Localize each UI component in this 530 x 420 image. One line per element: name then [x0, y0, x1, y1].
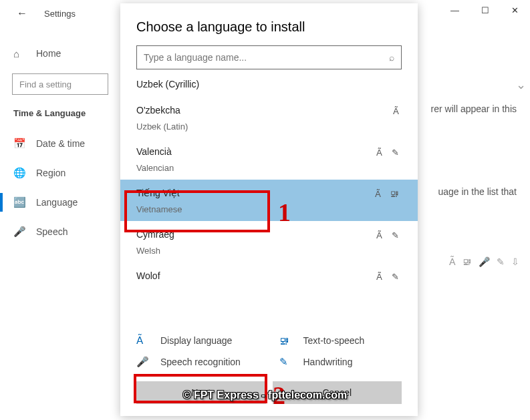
search-placeholder: Type a language name... [144, 52, 247, 63]
sidebar-home-label: Home [36, 48, 61, 59]
speech-icon: 🎤 [479, 256, 490, 267]
nav-speech[interactable]: 🎤 Speech [0, 217, 120, 246]
annotation-box-1 [124, 190, 270, 232]
language-english: Welsh [136, 246, 402, 256]
display-icon: A͂ [376, 230, 382, 240]
nav-label: Speech [36, 226, 68, 237]
sidebar-home[interactable]: ⌂ Home [0, 40, 120, 67]
language-row[interactable]: Uzbek (Cyrillic) [120, 76, 418, 97]
feature-label: Handwriting [303, 357, 353, 367]
feature-legend: A͂Display language 🖳Text-to-speech 🎤Spee… [120, 323, 418, 381]
scroll-indicator: ⌄ [516, 77, 526, 92]
language-native: Uzbek (Cyrillic) [136, 77, 402, 91]
globe-icon: 🌐 [13, 167, 27, 179]
feature-label: Speech recognition [160, 357, 241, 367]
handwriting-icon: ✎ [497, 256, 505, 267]
nav-label: Language [36, 197, 78, 208]
display-icon: A͂ [136, 335, 151, 347]
language-native: O'zbekcha [136, 103, 402, 118]
language-search-input[interactable]: Type a language name... ⌕ [136, 45, 402, 69]
display-icon: A͂ [393, 106, 399, 116]
nav-region[interactable]: 🌐 Region [0, 158, 120, 188]
tts-icon: 🖳 [462, 256, 472, 267]
bg-text: uage in the list that [438, 186, 517, 197]
language-row[interactable]: Valencià Valencian A͂ ✎ [120, 138, 418, 180]
handwriting-icon: ✎ [392, 230, 399, 240]
dialog-title: Choose a language to install [120, 3, 418, 45]
language-english: Valencian [136, 163, 402, 173]
tts-icon: 🖳 [390, 189, 399, 199]
feature-label: Text-to-speech [303, 335, 365, 346]
display-icon: A͂ [376, 272, 382, 282]
handwriting-icon: ✎ [392, 272, 399, 282]
nav-language[interactable]: 🔤 Language [0, 188, 120, 217]
find-setting-input[interactable]: Find a setting [12, 73, 108, 95]
close-button[interactable]: ✕ [500, 0, 530, 20]
back-button[interactable]: ← [13, 5, 31, 22]
display-icon: A͂ [376, 148, 382, 158]
sidebar: ⌂ Home Find a setting Time & Language 📅 … [0, 33, 120, 246]
speech-icon: 🎤 [136, 356, 151, 368]
watermark: © FPT Express - fpttelecom.com [183, 389, 348, 401]
nav-date-time[interactable]: 📅 Date & time [0, 129, 120, 158]
language-native: Wolof [136, 269, 402, 283]
home-icon: ⌂ [13, 48, 27, 59]
display-icon: A͂ [375, 189, 381, 199]
search-icon: ⌕ [389, 52, 394, 63]
feature-label: Display language [160, 335, 232, 346]
language-english: Wolof [136, 287, 402, 289]
download-icon: ⇩ [511, 256, 519, 267]
language-row[interactable]: O'zbekcha Uzbek (Latin) A͂ [120, 97, 418, 138]
tts-icon: 🖳 [279, 335, 294, 347]
language-icon: 🔤 [13, 196, 27, 208]
minimize-button[interactable]: — [440, 0, 470, 20]
calendar-icon: 📅 [13, 138, 27, 150]
feature-icons-right: A͂ 🖳 🎤 ✎ ⇩ [449, 256, 519, 267]
annotation-number-1: 1 [278, 198, 291, 227]
find-placeholder: Find a setting [19, 79, 72, 89]
language-native: Valencià [136, 145, 402, 159]
maximize-button[interactable]: ☐ [470, 0, 500, 20]
language-english: Uzbek (Latin) [136, 122, 402, 132]
handwriting-icon: ✎ [392, 148, 399, 158]
microphone-icon: 🎤 [13, 226, 27, 238]
language-row[interactable]: Wolof Wolof A͂ ✎ [120, 262, 418, 289]
bg-text: rer will appear in this [431, 103, 517, 114]
display-icon: A͂ [449, 256, 456, 267]
nav-label: Date & time [36, 138, 85, 149]
nav-label: Region [36, 168, 65, 178]
window-title: Settings [44, 9, 76, 19]
section-title: Time & Language [0, 101, 120, 129]
handwriting-icon: ✎ [279, 356, 294, 368]
